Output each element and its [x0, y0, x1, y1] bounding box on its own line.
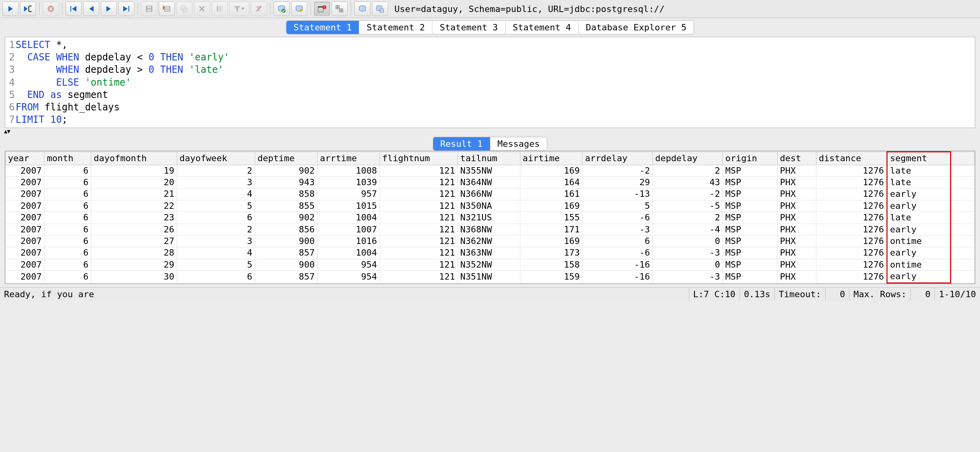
cell[interactable]: -2	[582, 165, 652, 176]
cell[interactable]: 6	[44, 188, 91, 200]
cell[interactable]: 4	[177, 247, 255, 259]
editor-line[interactable]: 5 END as segment	[8, 89, 972, 101]
column-header-dayofmonth[interactable]: dayofmonth	[91, 152, 177, 165]
cell[interactable]: 164	[520, 177, 582, 188]
cell[interactable]: 954	[317, 259, 380, 270]
cell[interactable]: 6	[44, 271, 91, 283]
column-header-depdelay[interactable]: depdelay	[652, 152, 722, 165]
cell[interactable]: PHX	[777, 224, 816, 235]
cell[interactable]: 4	[177, 188, 255, 200]
column-header-segment[interactable]: segment	[887, 152, 951, 165]
cell[interactable]: 6	[177, 212, 255, 224]
cell[interactable]: 173	[520, 247, 582, 259]
column-header-deptime[interactable]: deptime	[255, 152, 317, 165]
cell[interactable]: PHX	[777, 247, 816, 259]
column-header-origin[interactable]: origin	[723, 152, 777, 165]
append-results-button[interactable]	[332, 2, 348, 16]
cell[interactable]: PHX	[777, 188, 816, 200]
next-record-button[interactable]	[101, 2, 117, 16]
tab-statement-1[interactable]: Statement 1	[286, 21, 360, 34]
column-header-year[interactable]: year	[6, 152, 44, 165]
table-row[interactable]: 200762369021004121N321US155-62MSPPHX1276…	[6, 212, 975, 224]
cell[interactable]: 2007	[6, 247, 44, 259]
tab-statement-2[interactable]: Statement 2	[359, 21, 432, 34]
cell[interactable]: 43	[652, 177, 722, 188]
cell[interactable]: 29	[582, 177, 652, 188]
run-button[interactable]	[2, 2, 18, 16]
cell[interactable]: 6	[44, 247, 91, 259]
cell[interactable]: MSP	[723, 247, 777, 259]
column-header-arrdelay[interactable]: arrdelay	[582, 152, 652, 165]
cell[interactable]: 121	[380, 236, 458, 247]
tab-messages[interactable]: Messages	[490, 137, 547, 150]
cell[interactable]: N355NW	[458, 165, 520, 176]
cell[interactable]: 1007	[317, 224, 380, 235]
cell[interactable]: late	[887, 212, 951, 224]
cell[interactable]: MSP	[723, 200, 777, 212]
code-line[interactable]: ELSE 'ontime'	[16, 76, 972, 89]
cell[interactable]: 121	[380, 259, 458, 270]
cell[interactable]: 900	[255, 236, 317, 247]
cell[interactable]: PHX	[777, 200, 816, 212]
cell[interactable]: 1004	[317, 247, 380, 259]
column-header-flightnum[interactable]: flightnum	[380, 152, 458, 165]
cell[interactable]: 954	[317, 271, 380, 283]
result-grid[interactable]: yearmonthdayofmonthdayofweekdeptimearrti…	[5, 151, 975, 283]
cell[interactable]: 1276	[816, 212, 887, 224]
cell[interactable]: PHX	[777, 259, 816, 270]
cell[interactable]: 2007	[6, 259, 44, 270]
cell[interactable]: 2007	[6, 200, 44, 212]
cell[interactable]: 6	[44, 165, 91, 176]
cell[interactable]: 1276	[816, 271, 887, 283]
db-browse-button[interactable]	[372, 2, 388, 16]
code-line[interactable]: WHEN depdelay > 0 THEN 'late'	[16, 64, 972, 76]
cell[interactable]: 155	[520, 212, 582, 224]
commit-warning-button[interactable]: !	[314, 2, 330, 16]
editor-line[interactable]: 2 CASE WHEN depdelay < 0 THEN 'early'	[8, 51, 972, 64]
column-header-airtime[interactable]: airtime	[520, 152, 582, 165]
code-line[interactable]: LIMIT 10;	[16, 114, 972, 126]
cell[interactable]: 22	[91, 200, 177, 212]
cell[interactable]: 121	[380, 188, 458, 200]
cell[interactable]: 0	[652, 236, 722, 247]
cell[interactable]: 29	[91, 259, 177, 270]
cell[interactable]: 900	[255, 259, 317, 270]
cell[interactable]: 1004	[317, 212, 380, 224]
cell[interactable]: 2007	[6, 271, 44, 283]
cell[interactable]: 1276	[816, 236, 887, 247]
status-timeout-value[interactable]: 0	[825, 288, 849, 301]
cell[interactable]: 169	[520, 200, 582, 212]
table-row[interactable]: 200762628561007121N368NW171-3-4MSPPHX127…	[6, 224, 975, 235]
cell[interactable]: 23	[91, 212, 177, 224]
cell[interactable]: 6	[44, 212, 91, 224]
cell[interactable]: MSP	[723, 236, 777, 247]
cell[interactable]: -4	[652, 224, 722, 235]
cell[interactable]: 902	[255, 212, 317, 224]
cell[interactable]: MSP	[723, 259, 777, 270]
editor-line[interactable]: 6FROM flight_delays	[8, 101, 972, 114]
execute-to-db-button[interactable]	[274, 2, 290, 16]
cell[interactable]: late	[887, 177, 951, 188]
cell[interactable]: 6	[44, 224, 91, 235]
cell[interactable]: 121	[380, 200, 458, 212]
cell[interactable]: 1016	[317, 236, 380, 247]
cell[interactable]: 6	[177, 271, 255, 283]
cell[interactable]: 855	[255, 200, 317, 212]
cell[interactable]: 3	[177, 236, 255, 247]
cell[interactable]: 5	[582, 200, 652, 212]
table-row[interactable]: 20076295900954121N352NW158-160MSPPHX1276…	[6, 259, 975, 270]
table-row[interactable]: 20076214858957121N366NW161-13-2MSPPHX127…	[6, 188, 975, 200]
cell[interactable]: MSP	[723, 165, 777, 176]
sql-editor[interactable]: 1SELECT *,2 CASE WHEN depdelay < 0 THEN …	[5, 37, 975, 128]
cell[interactable]: N321US	[458, 212, 520, 224]
table-row[interactable]: 20076306857954121N351NW159-16-3MSPPHX127…	[6, 271, 975, 283]
cell[interactable]: 2007	[6, 224, 44, 235]
cell[interactable]: 6	[44, 236, 91, 247]
editor-line[interactable]: 3 WHEN depdelay > 0 THEN 'late'	[8, 64, 972, 76]
cell[interactable]: MSP	[723, 224, 777, 235]
cell[interactable]: 20	[91, 177, 177, 188]
cell[interactable]: 1008	[317, 165, 380, 176]
cell[interactable]: late	[887, 165, 951, 176]
cell[interactable]: 2	[652, 212, 722, 224]
cell[interactable]: 6	[582, 236, 652, 247]
